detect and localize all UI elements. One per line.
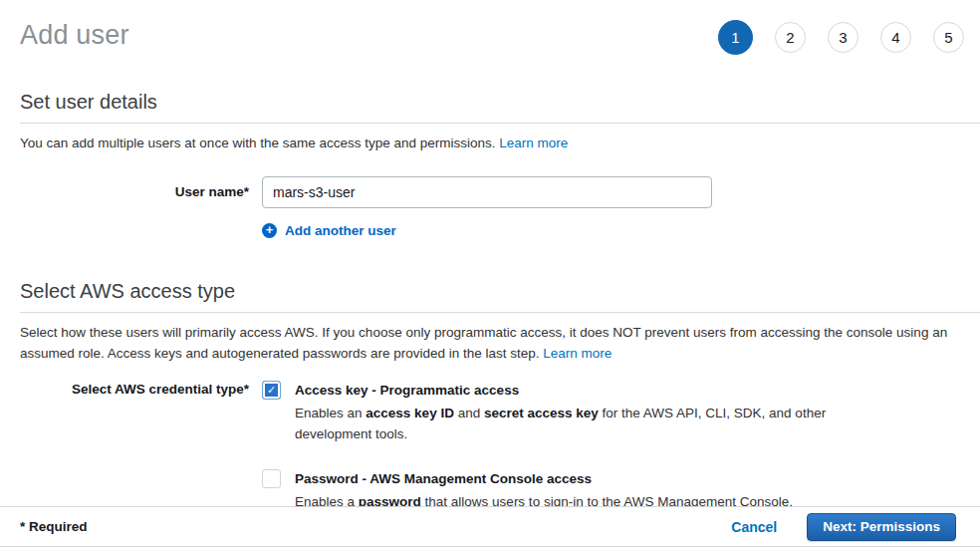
intro-text: Select how these users will primarily ac… (20, 325, 947, 361)
check-icon: ✓ (265, 384, 278, 397)
step-number: 3 (839, 29, 847, 46)
intro-text: You can add multiple users at once with … (20, 136, 496, 150)
wizard-step-4: 4 (880, 22, 911, 53)
username-control (262, 176, 712, 208)
credential-options: ✓ Access key - Programmatic access Enabl… (262, 381, 833, 513)
option-body: Access key - Programmatic access Enables… (295, 381, 833, 445)
page-title: Add user (20, 18, 129, 51)
add-another-user-link[interactable]: Add another user (285, 223, 396, 238)
learn-more-link-user-details[interactable]: Learn more (499, 136, 568, 150)
step-number: 4 (891, 29, 899, 46)
wizard-step-1: 1 (718, 20, 753, 55)
wizard-step-2: 2 (775, 22, 806, 53)
section-heading-user-details: Set user details (20, 91, 960, 123)
access-type-intro: Select how these users will primarily ac… (20, 323, 960, 365)
desc-text: and (454, 406, 484, 420)
access-key-option-desc: Enables an access key ID and secret acce… (295, 403, 833, 445)
user-details-intro: You can add multiple users at once with … (20, 134, 960, 154)
access-key-checkbox[interactable]: ✓ (262, 381, 281, 400)
username-input[interactable] (262, 176, 712, 208)
footer-actions: Cancel Next: Permissions (731, 513, 956, 541)
step-number: 1 (731, 29, 739, 46)
option-access-key: ✓ Access key - Programmatic access Enabl… (262, 381, 833, 445)
section-heading-access-type: Select AWS access type (20, 280, 960, 312)
learn-more-link-access-type[interactable]: Learn more (543, 346, 612, 361)
wizard-footer: * Required Cancel Next: Permissions (0, 506, 980, 547)
desc-text: Enables an (295, 406, 366, 420)
password-option-title[interactable]: Password - AWS Management Console access (295, 469, 793, 486)
page-header: Add user 1 2 3 4 5 (0, 0, 980, 55)
wizard-step-3: 3 (828, 22, 858, 53)
add-another-user-row: + Add another user (262, 223, 960, 238)
username-form-row: User name* (20, 176, 960, 208)
credential-type-label: Select AWS credential type* (20, 381, 249, 397)
add-user-page: Add user 1 2 3 4 5 Set user details You … (0, 0, 980, 554)
plus-circle-icon: + (262, 223, 277, 238)
step-number: 5 (944, 29, 952, 46)
cancel-button[interactable]: Cancel (731, 519, 777, 535)
step-number: 2 (786, 29, 794, 46)
username-label: User name* (20, 176, 249, 199)
section-divider (20, 312, 980, 313)
next-permissions-button[interactable]: Next: Permissions (807, 513, 956, 541)
desc-bold: access key ID (366, 406, 454, 420)
access-key-option-title[interactable]: Access key - Programmatic access (295, 381, 833, 398)
required-note: * Required (20, 519, 88, 534)
section-divider (20, 123, 980, 124)
wizard-step-5: 5 (933, 22, 964, 53)
desc-bold: secret access key (484, 406, 599, 420)
wizard-step-indicator: 1 2 3 4 5 (718, 18, 964, 55)
password-checkbox[interactable] (262, 469, 281, 488)
main-content: Set user details You can add multiple us… (0, 91, 980, 513)
credential-type-row: Select AWS credential type* ✓ Access key… (20, 381, 960, 513)
